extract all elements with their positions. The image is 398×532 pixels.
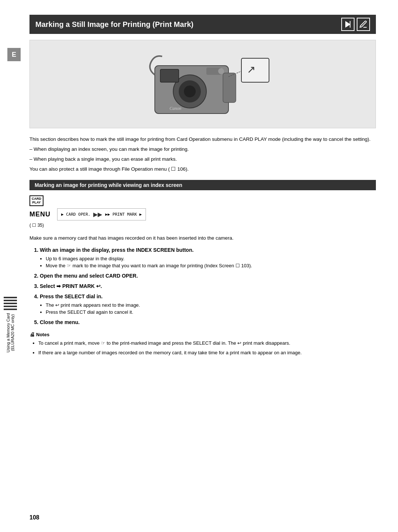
step-1: With an image in the display, press the …: [40, 246, 376, 269]
intro-para2: You can also protect a still image throu…: [29, 166, 376, 173]
main-title: Marking a Still Image for Printing (Prin…: [35, 20, 193, 29]
svg-point-9: [218, 68, 224, 74]
step-2-text: Open the menu and select CARD OPER.: [40, 273, 138, 279]
intro-bullet1: – When displaying an index screen, you c…: [29, 146, 376, 153]
svg-rect-1: [350, 21, 350, 28]
intro-para1: This section describes how to mark the s…: [29, 136, 376, 143]
step-1-bullets: Up to 6 images appear in the display. Mo…: [40, 255, 376, 270]
step-4-bullet-1: The ↩ print mark appears next to the ima…: [46, 302, 376, 309]
svg-marker-0: [345, 21, 350, 28]
camera-illustration: Canon ↗: [133, 47, 273, 121]
menu-step2: ▶▶ PRINT MARK ▶: [105, 212, 142, 217]
step-1-bullet-2: Move the ☞ mark to the image that you wa…: [46, 262, 376, 270]
svg-text:↗: ↗: [247, 64, 255, 75]
notes-list: To cancel a print mark, move ☞ to the pr…: [29, 340, 376, 357]
step-4-bullets: The ↩ print mark appears next to the ima…: [40, 302, 376, 316]
sidebar-line: [4, 300, 17, 301]
sub-section-title: Marking an image for printing while view…: [35, 182, 182, 188]
card-play-badge: CARD PLAY: [29, 195, 43, 206]
vertical-sidebar: Using a Memory Card (ELURA20 MC only): [0, 258, 20, 391]
sidebar-line: [4, 306, 17, 307]
flow-arrow: ▶▶: [93, 211, 102, 218]
sub-section-banner: Marking an image for printing while view…: [29, 180, 376, 190]
sidebar-line: [4, 303, 17, 304]
menu-area: CARD PLAY MENU ▶ CARD OPER. ▶▶ ▶▶ PRINT …: [29, 195, 376, 233]
e-label: E: [7, 48, 21, 61]
camera-image-area: Canon ↗: [29, 40, 376, 128]
title-icon-edit: [357, 18, 370, 31]
svg-point-6: [184, 86, 196, 97]
menu-diagram: ▶ CARD OPER. ▶▶ ▶▶ PRINT MARK ▶: [57, 208, 146, 220]
sidebar-text: Using a Memory Card (ELURA20 MC only): [6, 313, 15, 352]
page-number: 108: [29, 514, 39, 521]
note-item-1: To cancel a print mark, move ☞ to the pr…: [38, 340, 376, 347]
title-icon-play: [341, 18, 355, 31]
sidebar-line: [4, 309, 17, 310]
title-banner: Marking a Still Image for Printing (Prin…: [29, 15, 376, 34]
step-3-text: Select ➡ PRINT MARK ↩.: [40, 283, 102, 289]
intro-bullet2: – When playing back a single image, you …: [29, 156, 376, 163]
notes-icon: 🖨: [29, 331, 35, 337]
notes-title: Notes: [36, 332, 49, 337]
step-5: Close the menu.: [40, 318, 376, 326]
menu-label: MENU: [29, 211, 50, 218]
menu-step1: ▶ CARD OPER.: [61, 212, 90, 217]
page-ref: ( ☐ 35): [29, 223, 44, 228]
sidebar-lines: [4, 297, 17, 310]
svg-rect-7: [160, 69, 179, 82]
step-4-text: Press the SELECT dial in.: [40, 293, 102, 299]
svg-rect-10: [223, 73, 236, 102]
sidebar-line: [4, 297, 17, 298]
step-1-bullet-1: Up to 6 images appear in the display.: [46, 255, 376, 262]
svg-text:Canon: Canon: [170, 106, 181, 111]
notes-section: 🖨 Notes To cancel a print mark, move ☞ t…: [29, 331, 376, 357]
step-2: Open the menu and select CARD OPER.: [40, 272, 376, 280]
notes-header: 🖨 Notes: [29, 331, 376, 337]
setup-text: Make sure a memory card that has images …: [29, 234, 376, 242]
step-1-text: With an image in the display, press the …: [40, 247, 193, 253]
title-icons: [341, 18, 370, 31]
note-item-2: If there are a large number of images re…: [38, 349, 376, 357]
step-3: Select ➡ PRINT MARK ↩.: [40, 282, 376, 290]
page: E Using a Memory Card (ELURA20 MC only) …: [0, 0, 398, 532]
step-5-text: Close the menu.: [40, 319, 80, 325]
step-4: Press the SELECT dial in. The ↩ print ma…: [40, 292, 376, 316]
steps-list: With an image in the display, press the …: [29, 246, 376, 326]
intro-paragraph: This section describes how to mark the s…: [29, 136, 376, 173]
step-4-bullet-2: Press the SELECT dial again to cancel it…: [46, 309, 376, 316]
